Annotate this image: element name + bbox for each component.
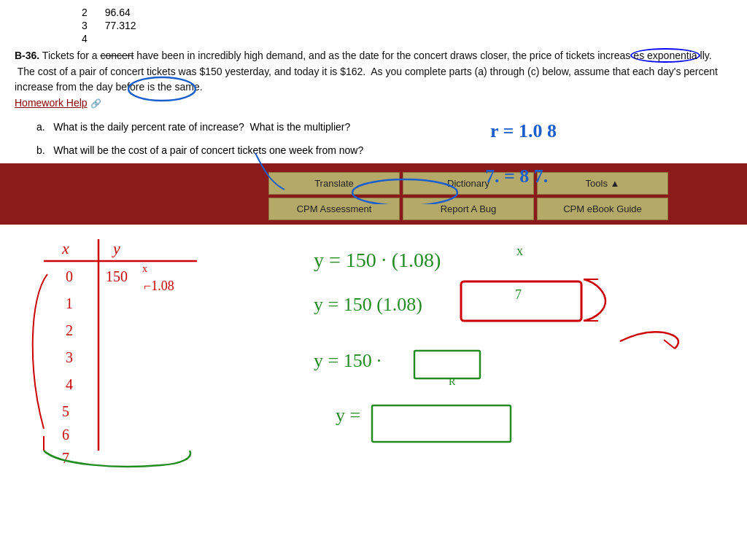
svg-text:1: 1 — [66, 295, 73, 311]
svg-text:4: 4 — [66, 376, 73, 392]
svg-text:y =: y = — [336, 405, 360, 426]
svg-text:5: 5 — [62, 403, 69, 419]
svg-rect-29 — [372, 405, 511, 442]
toolbar-row-2: CPM Assessment Report A Bug CPM eBook Gu… — [197, 198, 740, 220]
report-bug-button[interactable]: Report A Bug — [403, 198, 534, 220]
dictionary-button[interactable]: Dictionary — [403, 172, 534, 195]
svg-text:2: 2 — [66, 322, 73, 338]
svg-text:7: 7 — [515, 287, 522, 302]
cpm-ebook-button[interactable]: CPM eBook Guide — [537, 198, 668, 220]
svg-line-24 — [664, 340, 675, 349]
svg-text:y = 150 · (1.08): y = 150 · (1.08) — [314, 249, 441, 271]
svg-text:x: x — [516, 244, 523, 258]
table-row: 2 96.64 — [73, 6, 145, 19]
problem-parts: a. What is the daily percent rate of inc… — [36, 117, 732, 160]
svg-text:6: 6 — [62, 427, 69, 443]
svg-text:x: x — [142, 263, 147, 274]
cpm-assessment-button[interactable]: CPM Assessment — [268, 198, 400, 220]
svg-text:y = 150 ·: y = 150 · — [314, 350, 382, 371]
part-a: a. What is the daily percent rate of inc… — [36, 117, 732, 137]
part-b: b. What will be the cost of a pair of co… — [36, 141, 732, 160]
svg-text:y: y — [112, 239, 120, 257]
svg-text:150: 150 — [106, 268, 128, 284]
svg-rect-26 — [414, 351, 480, 378]
drawing-area: x y 0 1 2 3 4 5 6 7 150 x ⌐1.08 y = 150 … — [0, 225, 747, 502]
translate-button[interactable]: Translate — [268, 172, 400, 195]
svg-text:y = 150 (1.08): y = 150 (1.08) — [314, 294, 422, 315]
homework-help-link[interactable]: Homework Help — [15, 96, 88, 112]
svg-text:⌐1.08: ⌐1.08 — [144, 279, 174, 293]
svg-text:x: x — [61, 239, 69, 257]
tools-button[interactable]: Tools ▲ — [537, 172, 668, 195]
data-table: 2 96.64 3 77.312 4 — [15, 6, 732, 45]
svg-text:7: 7 — [62, 450, 69, 466]
svg-text:3: 3 — [66, 349, 73, 365]
toolbar-row-1: Translate Dictionary Tools ▲ — [197, 172, 740, 195]
button-toolbar: Translate Dictionary Tools ▲ CPM Assessm… — [0, 168, 747, 225]
table-row: 4 — [73, 32, 145, 45]
svg-text:R: R — [449, 376, 456, 387]
problem-statement: B-36. Tickets for a concert have been in… — [15, 48, 732, 112]
help-icon: 🔗 — [90, 97, 101, 111]
svg-text:0: 0 — [66, 268, 73, 284]
problem-id: B-36. — [15, 50, 39, 61]
table-row: 3 77.312 — [73, 19, 145, 32]
student-work-svg: x y 0 1 2 3 4 5 6 7 150 x ⌐1.08 y = 150 … — [0, 225, 747, 502]
